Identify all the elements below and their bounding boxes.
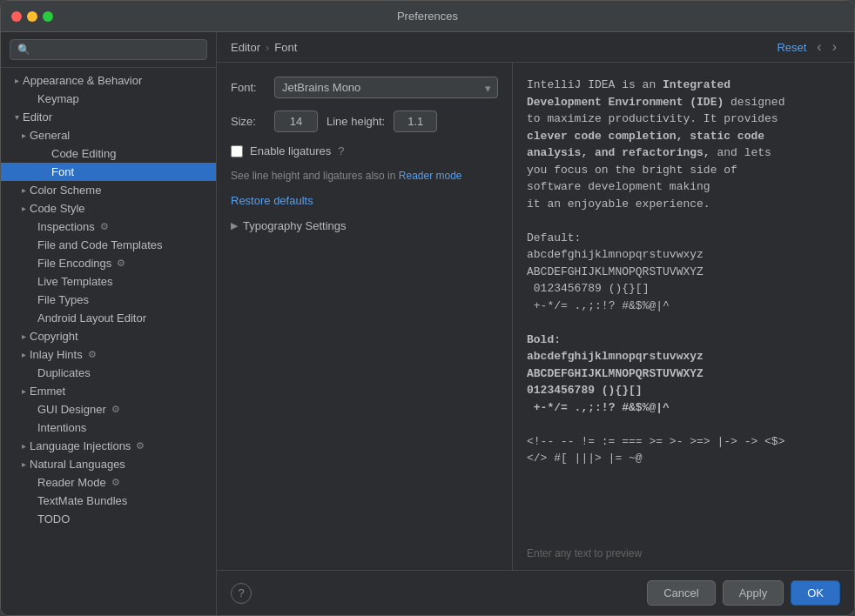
nav-forward-icon[interactable]: › [829,39,840,55]
sidebar-item-inlay-hints[interactable]: ▸Inlay Hints⚙ [1,345,216,364]
breadcrumb-separator: › [266,41,269,54]
sidebar-item-file-encodings[interactable]: File Encodings⚙ [1,254,216,272]
dialog-title: Preferences [397,10,458,23]
sidebar-item-label: Keymap [37,92,79,105]
sidebar-item-gui-designer[interactable]: GUI Designer⚙ [1,400,216,418]
size-label: Size: [231,115,266,128]
size-input[interactable] [274,110,318,132]
sidebar-item-file-types[interactable]: File Types [1,291,216,309]
settings-icon: ⚙ [115,258,127,270]
nav-back-icon[interactable]: ‹ [813,39,825,55]
sidebar-item-label: Font [51,165,74,178]
sidebar-item-font[interactable]: Font [1,163,216,181]
hint-prefix: See line height and ligatures also in [231,170,395,182]
panel-header: Editor › Font Reset ‹ › [217,32,854,63]
sidebar-item-label: General [30,129,70,142]
sidebar-item-label: GUI Designer [37,403,106,416]
reset-button[interactable]: Reset [777,41,806,54]
close-button[interactable] [11,11,22,22]
line-height-label: Line height: [327,115,385,128]
sidebar-item-general[interactable]: ▸General [1,126,216,144]
expand-icon: ▸ [22,350,26,359]
bottom-bar: ? Cancel Apply OK [217,570,854,615]
sidebar-item-label: Duplicates [37,366,91,379]
reader-mode-link[interactable]: Reader mode [399,170,462,182]
sidebar-item-label: TODO [37,512,70,526]
cancel-button[interactable]: Cancel [647,580,715,606]
restore-defaults: Restore defaults [231,194,498,207]
font-select[interactable]: JetBrains Mono Consolas Monaco Menlo [274,77,498,98]
expand-icon: ▸ [15,76,19,85]
editor-panel: Editor › Font Reset ‹ › [217,32,854,570]
breadcrumb: Editor › Font [231,41,297,54]
help-icon[interactable]: ? [338,144,344,157]
sidebar-item-code-editing[interactable]: Code Editing [1,144,216,163]
sidebar-item-appearance[interactable]: ▸Appearance & Behavior [1,71,216,90]
sidebar-item-code-style[interactable]: ▸Code Style [1,199,216,218]
sidebar-item-file-code-templates[interactable]: File and Code Templates [1,236,216,254]
panel-body: Font: JetBrains Mono Consolas Monaco Men… [217,63,854,570]
expand-icon: ▸ [22,441,26,451]
sidebar-item-todo[interactable]: TODO [1,510,216,528]
right-panel: Editor › Font Reset ‹ › [217,32,854,615]
sidebar-item-label: Inspections [37,220,95,233]
sidebar-item-label: Editor [23,110,52,124]
expand-icon: ▸ [22,204,26,213]
sidebar-item-label: Android Layout Editor [37,311,146,325]
action-buttons: Cancel Apply OK [647,580,840,606]
search-input[interactable] [10,39,207,60]
expand-icon: ▸ [22,386,26,396]
ligatures-label: Enable ligatures [250,144,331,157]
font-row: Font: JetBrains Mono Consolas Monaco Men… [231,77,498,98]
typography-section[interactable]: ▶ Typography Settings [231,219,498,232]
preview-placeholder: Enter any text to preview [527,547,642,559]
sidebar-item-android-layout-editor[interactable]: Android Layout Editor [1,309,216,327]
sidebar-item-inspections[interactable]: Inspections⚙ [1,218,216,236]
nav-arrows: ‹ › [813,39,840,55]
hint-text: See line height and ligatures also in Re… [231,170,498,182]
ok-button[interactable]: OK [791,580,840,606]
help-button[interactable]: ? [231,583,252,604]
settings-icon: ⚙ [86,349,98,361]
expand-icon: ▸ [22,131,26,140]
size-lineheight-row: Size: Line height: [231,110,498,132]
sidebar-item-label: Live Templates [37,275,112,288]
minimize-button[interactable] [27,11,37,22]
sidebar-item-keymap[interactable]: Keymap [1,90,216,108]
sidebar-item-editor[interactable]: ▾Editor [1,108,216,126]
sidebar-item-label: Inlay Hints [30,348,83,361]
sidebar-item-textmate-bundles[interactable]: TextMate Bundles [1,492,216,510]
sidebar-item-copyright[interactable]: ▸Copyright [1,327,216,345]
preview-text: IntelliJ IDEA is an Integrated Developme… [527,77,840,467]
sidebar-item-label: Color Scheme [30,184,101,197]
sidebar-item-intentions[interactable]: Intentions [1,418,216,437]
sidebar-item-label: Intentions [37,421,86,434]
sidebar-item-language-injections[interactable]: ▸Language Injections⚙ [1,437,216,455]
sidebar-item-reader-mode[interactable]: Reader Mode⚙ [1,473,216,492]
sidebar-item-emmet[interactable]: ▸Emmet [1,382,216,400]
sidebar-item-label: File and Code Templates [37,238,163,251]
sidebar-item-live-templates[interactable]: Live Templates [1,272,216,291]
settings-icon: ⚙ [98,221,111,233]
restore-defaults-link[interactable]: Restore defaults [231,194,313,207]
breadcrumb-current: Font [274,41,297,54]
titlebar: Preferences [1,1,854,32]
sidebar-item-label: File Types [37,293,89,306]
font-label: Font: [231,81,266,94]
sidebar: ▸Appearance & BehaviorKeymap▾Editor▸Gene… [1,32,217,615]
line-height-input[interactable] [394,110,437,132]
sidebar-item-label: File Encodings [37,257,111,270]
ligatures-checkbox[interactable] [231,145,243,157]
expand-icon: ▸ [22,459,26,469]
typography-label: Typography Settings [243,219,347,232]
window-controls [11,11,53,22]
settings-area: Font: JetBrains Mono Consolas Monaco Men… [217,63,513,570]
tree: ▸Appearance & BehaviorKeymap▾Editor▸Gene… [1,68,216,615]
main-content: ▸Appearance & BehaviorKeymap▾Editor▸Gene… [1,32,854,615]
settings-icon: ⚙ [110,404,122,416]
maximize-button[interactable] [43,11,53,22]
sidebar-item-duplicates[interactable]: Duplicates [1,364,216,382]
apply-button[interactable]: Apply [723,580,784,606]
sidebar-item-color-scheme[interactable]: ▸Color Scheme [1,181,216,199]
sidebar-item-natural-languages[interactable]: ▸Natural Languages [1,455,216,473]
